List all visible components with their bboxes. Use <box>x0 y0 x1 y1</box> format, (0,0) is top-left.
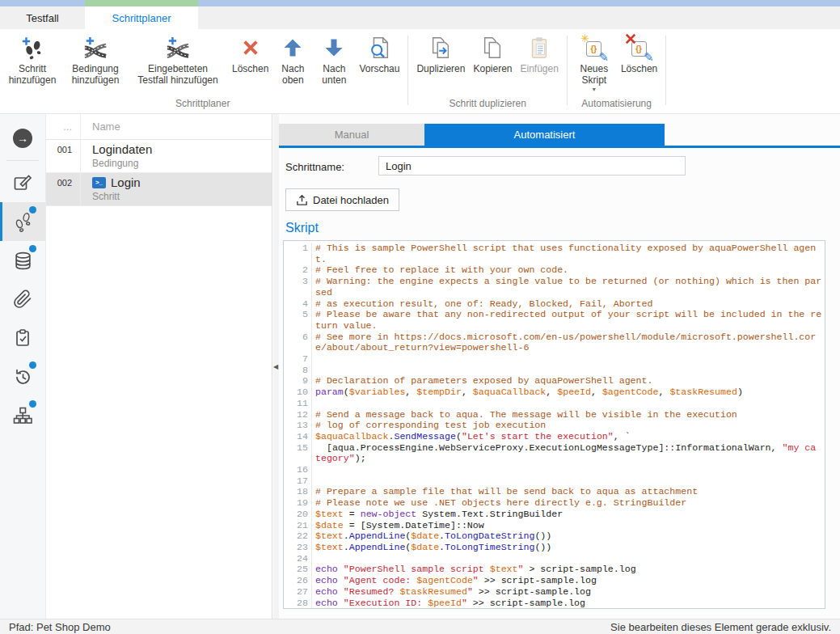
step-type-label: Bedingung <box>92 158 152 169</box>
line-number: 21 <box>284 520 312 531</box>
sidebar-item-attachments[interactable] <box>0 280 45 319</box>
line-number: 6 <box>284 332 312 353</box>
line-number: 12 <box>284 409 312 421</box>
status-lock-message: Sie bearbeiten dieses Element gerade exk… <box>610 621 831 633</box>
step-type-label: Schritt <box>92 191 141 202</box>
move-down-button[interactable]: Nach unten <box>313 29 355 86</box>
move-up-button[interactable]: Nach oben <box>272 29 313 86</box>
button-label: Nach oben <box>276 63 309 86</box>
tab-accent-underline <box>279 146 840 148</box>
junction-plus-icon <box>164 35 192 61</box>
script-code-editor[interactable]: 1# This is sample PowerShell script that… <box>283 240 825 609</box>
upload-file-button[interactable]: Datei hochladen <box>285 188 399 211</box>
sidebar-item-data[interactable] <box>0 241 45 280</box>
step-name-input[interactable] <box>378 156 686 175</box>
step-list-panel: ... Name 001LogindatenBedingung002>_Logi… <box>46 114 272 619</box>
database-icon <box>13 251 33 271</box>
code-line: 14$aquaCallback.SendMessage("Let's start… <box>284 431 825 442</box>
code-line: 6# See more in https://docs.microsoft.co… <box>284 332 825 353</box>
powershell-icon: >_ <box>92 177 106 188</box>
new-script-button[interactable]: {}✳✎ Neues Skript ▾ <box>572 29 617 93</box>
line-number: 3 <box>284 276 312 298</box>
active-tab-strip <box>85 0 198 6</box>
code-line: 18# Prepare a sample file that will be s… <box>284 486 825 497</box>
code-line: 11 <box>284 398 825 409</box>
sidebar-item-tasks[interactable] <box>0 319 45 357</box>
document-tab-row: Testfall Schrittplaner <box>0 6 840 29</box>
button-label: Einfügen <box>521 63 559 74</box>
clipboard-check-icon <box>13 328 32 348</box>
code-line: 22$text.AppendLine($date.ToLongDateStrin… <box>284 530 825 542</box>
add-embedded-testcase-button[interactable]: Eingebetteten Testfall hinzufügen <box>128 29 228 86</box>
step-title: >_Login <box>92 175 141 190</box>
sidebar-item-edit[interactable] <box>0 163 45 202</box>
notification-badge <box>29 400 36 408</box>
step-list-body: 001LogindatenBedingung002>_LoginSchritt <box>46 140 272 206</box>
divider <box>6 160 39 161</box>
ribbon-group-label: Schritt duplizieren <box>412 97 562 113</box>
code-line: 3# Warning: the engine expects a single … <box>284 276 825 298</box>
sidebar-item-hierarchy[interactable] <box>0 396 45 435</box>
button-label: Bedingung hinzufügen <box>67 63 124 86</box>
step-number: 001 <box>46 140 81 172</box>
tab-manual[interactable]: Manual <box>279 124 424 146</box>
line-number: 9 <box>284 375 312 387</box>
code-line: 15 [aqua.ProcessEngine.WebServiceProxy.E… <box>284 442 825 464</box>
code-line: 21$date = [System.DateTime]::Now <box>284 520 825 531</box>
panel-splitter[interactable]: ◀ <box>273 114 279 619</box>
tab-testfall[interactable]: Testfall <box>0 6 85 29</box>
button-label: Löschen <box>621 63 657 74</box>
line-number: 24 <box>284 553 312 564</box>
ribbon-group-schrittplaner: Schritt hinzufügen Bedingung hinzufügen <box>0 29 405 113</box>
delete-step-button[interactable]: Löschen <box>228 29 272 74</box>
line-number: 25 <box>284 564 312 575</box>
delete-script-icon: {} ✎ <box>626 35 653 61</box>
ribbon-separator <box>665 36 666 105</box>
paste-button[interactable]: Einfügen <box>517 29 563 74</box>
code-line: 9# Declaration of parameters exposed by … <box>284 375 825 387</box>
delete-script-button[interactable]: {} ✎ Löschen <box>617 29 661 74</box>
button-label: Kopieren <box>473 63 512 74</box>
ribbon-group-schritt-duplizieren: Duplizieren Kopieren <box>411 29 564 113</box>
chevron-down-icon: ▾ <box>593 87 596 93</box>
step-name-label: Schrittname: <box>285 161 344 173</box>
copy-button[interactable]: Kopieren <box>469 29 516 74</box>
tab-schrittplaner[interactable]: Schrittplaner <box>85 6 198 29</box>
detail-panel: Manual Automatisiert Schrittname: Datei … <box>279 114 840 619</box>
code-line: 5# Please be aware that any non-redirect… <box>284 309 825 331</box>
column-header-number: ... <box>46 114 81 139</box>
code-line: 10param($variables, $tempDir, $aquaCallb… <box>284 387 825 398</box>
step-row[interactable]: 002>_LoginSchritt <box>46 173 272 206</box>
sidebar-item-collapse[interactable]: → <box>0 119 45 158</box>
footprints-icon <box>12 211 33 232</box>
edit-icon <box>13 173 32 192</box>
status-bar: Pfad: Pet Shop Demo Sie bearbeiten diese… <box>0 619 840 634</box>
line-number: 11 <box>284 398 312 409</box>
status-path: Pfad: Pet Shop Demo <box>9 621 111 633</box>
tab-automatisiert[interactable]: Automatisiert <box>424 124 665 146</box>
sidebar-item-steps[interactable] <box>0 202 45 241</box>
code-line: 12# Send a message back to aqua. The mes… <box>284 409 825 421</box>
add-step-button[interactable]: Schritt hinzufügen <box>2 29 63 86</box>
column-header-name: Name <box>81 120 120 133</box>
sidebar-item-history[interactable] <box>0 357 45 396</box>
activity-bar: → <box>0 114 46 619</box>
line-number: 28 <box>284 598 312 609</box>
duplicate-button[interactable]: Duplizieren <box>412 29 469 74</box>
copy-icon <box>479 35 506 61</box>
button-label: Schritt hinzufügen <box>6 63 59 86</box>
code-line: 8 <box>284 365 825 376</box>
step-row[interactable]: 001LogindatenBedingung <box>46 140 272 173</box>
junction-plus-icon <box>82 35 109 61</box>
add-condition-button[interactable]: Bedingung hinzufügen <box>63 29 128 86</box>
collapse-left-icon[interactable]: ◀ <box>273 363 278 370</box>
line-number: 7 <box>284 353 312 365</box>
line-number: 16 <box>284 464 312 476</box>
step-number: 002 <box>46 173 81 205</box>
new-script-icon: {}✳✎ <box>580 35 608 61</box>
history-icon <box>13 367 32 387</box>
preview-button[interactable]: Vorschau <box>355 29 403 74</box>
line-number: 2 <box>284 264 312 276</box>
ribbon-group-label: Schrittplaner <box>2 97 403 113</box>
ribbon-separator <box>567 36 568 105</box>
